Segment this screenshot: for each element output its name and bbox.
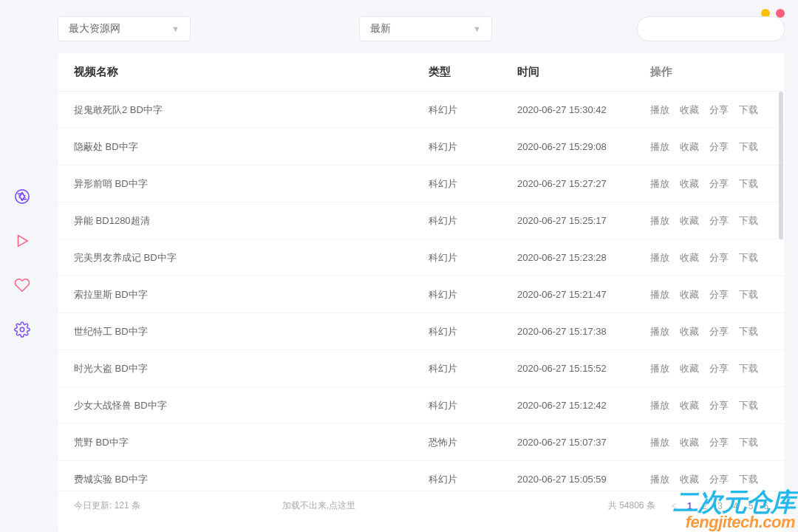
share-action[interactable]: 分享 bbox=[709, 288, 729, 301]
download-action[interactable]: 下载 bbox=[739, 325, 758, 338]
scrollbar[interactable] bbox=[779, 92, 783, 239]
table-row[interactable]: 索拉里斯 BD中字科幻片2020-06-27 15:21:47播放收藏分享下载 bbox=[58, 276, 785, 313]
cell-name: 世纪特工 BD中字 bbox=[74, 325, 429, 338]
search-box[interactable] bbox=[637, 16, 785, 41]
table-header: 视频名称 类型 时间 操作 bbox=[58, 53, 785, 92]
table-row[interactable]: 隐蔽处 BD中字科幻片2020-06-27 15:29:08播放收藏分享下载 bbox=[58, 129, 785, 166]
table-footer: 今日更新: 121 条 加载不出来,点这里 共 54806 条 < 123456 bbox=[58, 491, 785, 520]
download-action[interactable]: 下载 bbox=[739, 214, 758, 228]
download-action[interactable]: 下载 bbox=[739, 436, 758, 449]
aperture-icon[interactable] bbox=[14, 188, 30, 205]
play-action[interactable]: 播放 bbox=[650, 473, 669, 486]
play-icon[interactable] bbox=[14, 233, 30, 249]
table-row[interactable]: 完美男友养成记 BD中字科幻片2020-06-27 15:23:28播放收藏分享… bbox=[58, 239, 785, 276]
play-action[interactable]: 播放 bbox=[650, 399, 669, 412]
play-action[interactable]: 播放 bbox=[650, 140, 669, 154]
cell-time: 2020-06-27 15:05:59 bbox=[517, 474, 650, 485]
play-action[interactable]: 播放 bbox=[650, 103, 669, 117]
reload-hint[interactable]: 加载不出来,点这里 bbox=[282, 499, 355, 512]
gear-icon[interactable] bbox=[14, 321, 30, 338]
cell-actions: 播放收藏分享下载 bbox=[650, 214, 768, 228]
play-action[interactable]: 播放 bbox=[650, 362, 669, 375]
play-action[interactable]: 播放 bbox=[650, 177, 669, 191]
cell-time: 2020-06-27 15:21:47 bbox=[517, 289, 650, 300]
play-action[interactable]: 播放 bbox=[650, 214, 669, 228]
cell-name: 时光大盗 BD中字 bbox=[74, 362, 429, 375]
cell-type: 科幻片 bbox=[429, 362, 517, 375]
table-row[interactable]: 少女大战怪兽 BD中字科幻片2020-06-27 15:12:42播放收藏分享下… bbox=[58, 387, 785, 424]
share-action[interactable]: 分享 bbox=[709, 103, 729, 117]
source-select[interactable]: 最大资源网 ▼ bbox=[58, 16, 191, 41]
download-action[interactable]: 下载 bbox=[739, 473, 758, 486]
page-number[interactable]: 4 bbox=[733, 501, 738, 511]
fav-action[interactable]: 收藏 bbox=[680, 140, 699, 154]
share-action[interactable]: 分享 bbox=[709, 399, 729, 412]
share-action[interactable]: 分享 bbox=[709, 362, 729, 375]
share-action[interactable]: 分享 bbox=[709, 436, 729, 449]
cell-time: 2020-06-27 15:29:08 bbox=[517, 141, 650, 152]
table-row[interactable]: 时光大盗 BD中字科幻片2020-06-27 15:15:52播放收藏分享下载 bbox=[58, 350, 785, 387]
cell-actions: 播放收藏分享下载 bbox=[650, 288, 768, 301]
sort-select[interactable]: 最新 ▼ bbox=[359, 16, 492, 41]
cell-time: 2020-06-27 15:17:38 bbox=[517, 326, 650, 337]
download-action[interactable]: 下载 bbox=[739, 251, 758, 265]
download-action[interactable]: 下载 bbox=[739, 103, 758, 117]
download-action[interactable]: 下载 bbox=[739, 288, 758, 301]
page-number[interactable]: 2 bbox=[703, 501, 708, 511]
share-action[interactable]: 分享 bbox=[709, 325, 729, 338]
play-action[interactable]: 播放 bbox=[650, 251, 669, 265]
cell-type: 科幻片 bbox=[429, 140, 517, 154]
play-action[interactable]: 播放 bbox=[650, 325, 669, 338]
sort-select-label: 最新 bbox=[370, 22, 391, 35]
cell-time: 2020-06-27 15:25:17 bbox=[517, 215, 650, 226]
heart-icon[interactable] bbox=[14, 277, 30, 293]
share-action[interactable]: 分享 bbox=[709, 214, 729, 228]
table-row[interactable]: 异形前哨 BD中字科幻片2020-06-27 15:27:27播放收藏分享下载 bbox=[58, 166, 785, 202]
table-row[interactable]: 费城实验 BD中字科幻片2020-06-27 15:05:59播放收藏分享下载 bbox=[58, 461, 785, 491]
share-action[interactable]: 分享 bbox=[709, 251, 729, 265]
cell-type: 科幻片 bbox=[429, 177, 517, 191]
svg-marker-1 bbox=[18, 236, 28, 247]
table-row[interactable]: 异能 BD1280超清科幻片2020-06-27 15:25:17播放收藏分享下… bbox=[58, 202, 785, 239]
header-ops: 操作 bbox=[650, 65, 768, 79]
cell-time: 2020-06-27 15:12:42 bbox=[517, 400, 650, 411]
download-action[interactable]: 下载 bbox=[739, 399, 758, 412]
table-row[interactable]: 世纪特工 BD中字科幻片2020-06-27 15:17:38播放收藏分享下载 bbox=[58, 313, 785, 350]
cell-actions: 播放收藏分享下载 bbox=[650, 399, 768, 412]
fav-action[interactable]: 收藏 bbox=[680, 103, 699, 117]
cell-time: 2020-06-27 15:30:42 bbox=[517, 104, 650, 115]
page-number[interactable]: 5 bbox=[748, 501, 754, 511]
fav-action[interactable]: 收藏 bbox=[680, 177, 699, 191]
download-action[interactable]: 下载 bbox=[739, 362, 758, 375]
table-row[interactable]: 荒野 BD中字恐怖片2020-06-27 15:07:37播放收藏分享下载 bbox=[58, 424, 785, 461]
play-action[interactable]: 播放 bbox=[650, 436, 669, 449]
fav-action[interactable]: 收藏 bbox=[680, 325, 699, 338]
cell-actions: 播放收藏分享下载 bbox=[650, 103, 768, 117]
share-action[interactable]: 分享 bbox=[709, 140, 729, 154]
table-row[interactable]: 捉鬼敢死队2 BD中字科幻片2020-06-27 15:30:42播放收藏分享下… bbox=[58, 92, 785, 129]
download-action[interactable]: 下载 bbox=[739, 140, 758, 154]
search-input[interactable] bbox=[654, 24, 778, 35]
cell-name: 捉鬼敢死队2 BD中字 bbox=[74, 103, 429, 117]
page-number[interactable]: 1 bbox=[687, 501, 692, 511]
cell-type: 科幻片 bbox=[429, 251, 517, 265]
fav-action[interactable]: 收藏 bbox=[680, 436, 699, 449]
fav-action[interactable]: 收藏 bbox=[680, 473, 699, 486]
page-prev[interactable]: < bbox=[672, 501, 677, 511]
page-number[interactable]: 6 bbox=[763, 501, 768, 511]
share-action[interactable]: 分享 bbox=[709, 473, 729, 486]
fav-action[interactable]: 收藏 bbox=[680, 399, 699, 412]
play-action[interactable]: 播放 bbox=[650, 288, 669, 301]
header-name: 视频名称 bbox=[74, 65, 429, 79]
page-number[interactable]: 3 bbox=[717, 501, 723, 511]
fav-action[interactable]: 收藏 bbox=[680, 362, 699, 375]
cell-actions: 播放收藏分享下载 bbox=[650, 362, 768, 375]
download-action[interactable]: 下载 bbox=[739, 177, 758, 191]
fav-action[interactable]: 收藏 bbox=[680, 251, 699, 265]
cell-name: 少女大战怪兽 BD中字 bbox=[74, 399, 429, 412]
share-action[interactable]: 分享 bbox=[709, 177, 729, 191]
video-table: 视频名称 类型 时间 操作 捉鬼敢死队2 BD中字科幻片2020-06-27 1… bbox=[58, 53, 785, 532]
fav-action[interactable]: 收藏 bbox=[680, 214, 699, 228]
fav-action[interactable]: 收藏 bbox=[680, 288, 699, 301]
cell-time: 2020-06-27 15:15:52 bbox=[517, 363, 650, 374]
